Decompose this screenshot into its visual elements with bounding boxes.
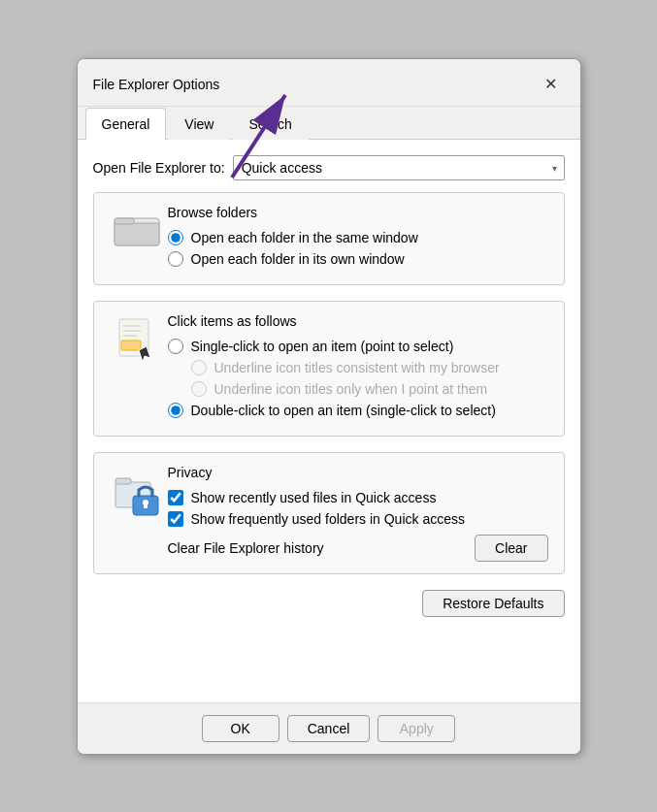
cancel-button[interactable]: Cancel [287, 715, 371, 742]
click-items-icon-col [110, 313, 164, 368]
clear-history-label: Clear File Explorer history [168, 540, 324, 556]
tab-bar: General View Search [78, 107, 580, 140]
clear-button[interactable]: Clear [475, 535, 547, 562]
show-recent-files-label[interactable]: Show recently used files in Quick access [191, 490, 437, 505]
privacy-options: Privacy Show recently used files in Quic… [168, 465, 548, 562]
folder-icon [114, 209, 160, 247]
apply-button[interactable]: Apply [378, 715, 455, 742]
browse-own-window-radio[interactable] [168, 251, 183, 267]
svg-rect-6 [123, 325, 141, 327]
underline-browser-row: Underline icon titles consistent with my… [168, 360, 548, 375]
underline-hover-row: Underline icon titles only when I point … [168, 381, 548, 397]
underline-browser-radio [191, 360, 207, 375]
single-click-label[interactable]: Single-click to open an item (point to s… [191, 339, 454, 354]
svg-rect-12 [115, 478, 131, 484]
open-explorer-label: Open File Explorer to: [93, 160, 225, 176]
privacy-inner: Privacy Show recently used files in Quic… [110, 465, 548, 562]
single-click-radio[interactable] [168, 339, 183, 354]
underline-hover-radio [191, 381, 207, 397]
svg-rect-4 [115, 218, 134, 224]
click-icon [115, 317, 158, 368]
click-items-title: Click items as follows [168, 313, 548, 329]
browse-own-window-label[interactable]: Open each folder in its own window [191, 251, 405, 267]
privacy-title: Privacy [168, 465, 548, 480]
click-items-group: Click items as follows Single-click to o… [93, 301, 565, 437]
tab-content-general: Open File Explorer to: Quick access This… [78, 140, 580, 702]
restore-defaults-row: Restore Defaults [93, 590, 565, 617]
privacy-icon [114, 469, 160, 519]
show-recent-files-row: Show recently used files in Quick access [168, 490, 548, 505]
underline-browser-label: Underline icon titles consistent with my… [214, 360, 500, 375]
open-explorer-section: Open File Explorer to: Quick access This… [93, 155, 565, 180]
browse-same-window-row: Open each folder in the same window [168, 230, 548, 245]
double-click-label[interactable]: Double-click to open an item (single-cli… [191, 403, 496, 418]
clear-history-row: Clear File Explorer history Clear [168, 535, 548, 562]
close-button[interactable]: ✕ [538, 71, 565, 98]
browse-folders-inner: Browse folders Open each folder in the s… [110, 205, 548, 273]
browse-folders-options: Browse folders Open each folder in the s… [168, 205, 548, 273]
svg-rect-9 [121, 341, 141, 350]
dialog-footer: OK Cancel Apply [78, 702, 580, 754]
privacy-group: Privacy Show recently used files in Quic… [93, 452, 565, 574]
browse-own-window-row: Open each folder in its own window [168, 251, 548, 267]
show-frequent-folders-row: Show frequently used folders in Quick ac… [168, 511, 548, 527]
open-explorer-dropdown-wrapper: Quick access This PC ▾ [233, 155, 565, 180]
tab-view[interactable]: View [168, 108, 230, 140]
show-frequent-folders-checkbox[interactable] [168, 511, 183, 527]
tab-search[interactable]: Search [232, 108, 308, 140]
show-recent-files-checkbox[interactable] [168, 490, 183, 505]
browse-same-window-label[interactable]: Open each folder in the same window [191, 230, 418, 245]
browse-folders-title: Browse folders [168, 205, 548, 220]
double-click-radio[interactable] [168, 403, 183, 418]
browse-same-window-radio[interactable] [168, 230, 183, 245]
double-click-row: Double-click to open an item (single-cli… [168, 403, 548, 418]
privacy-icon-col [110, 465, 164, 519]
click-items-options: Click items as follows Single-click to o… [168, 313, 548, 424]
svg-rect-15 [144, 503, 148, 508]
tab-general[interactable]: General [85, 108, 167, 140]
underline-hover-label: Underline icon titles only when I point … [214, 381, 488, 397]
click-items-inner: Click items as follows Single-click to o… [110, 313, 548, 424]
svg-rect-8 [123, 335, 137, 337]
show-frequent-folders-label[interactable]: Show frequently used folders in Quick ac… [191, 511, 465, 527]
browse-folders-icon-col [110, 205, 164, 247]
title-bar: File Explorer Options ✕ [78, 59, 580, 107]
ok-button[interactable]: OK [202, 715, 279, 742]
single-click-row: Single-click to open an item (point to s… [168, 339, 548, 354]
file-explorer-options-dialog: File Explorer Options ✕ General View Sea… [77, 58, 581, 755]
restore-defaults-button[interactable]: Restore Defaults [422, 590, 564, 617]
svg-rect-7 [123, 330, 141, 332]
browse-folders-group: Browse folders Open each folder in the s… [93, 192, 565, 285]
dialog-title: File Explorer Options [93, 77, 220, 92]
open-explorer-select[interactable]: Quick access This PC [233, 155, 565, 180]
svg-rect-3 [115, 223, 159, 245]
